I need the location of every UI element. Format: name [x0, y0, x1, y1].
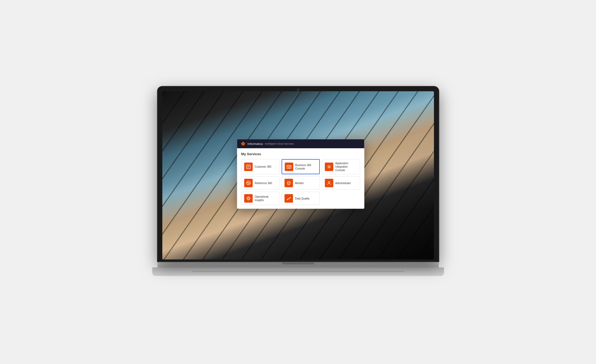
- reference-360-icon: [244, 179, 253, 187]
- service-tile-administrator[interactable]: Administrator: [322, 176, 360, 190]
- section-title: My Services: [241, 152, 360, 156]
- administrator-label: Administrator: [335, 181, 351, 185]
- services-grid: Customer 360: [241, 159, 360, 205]
- svg-rect-6: [287, 165, 291, 168]
- data-quality-icon: [284, 194, 293, 203]
- svg-point-14: [248, 198, 249, 199]
- service-tile-customer-360[interactable]: Customer 360: [241, 159, 279, 174]
- data-quality-label: Data Quality: [295, 197, 310, 200]
- desktop-background: Informatica Intelligent Cloud Services M…: [162, 91, 434, 259]
- customer-360-label: Customer 360: [255, 165, 271, 168]
- service-tile-monitor[interactable]: Monitor: [281, 176, 320, 190]
- operational-insights-label: Operational Insights: [255, 195, 276, 202]
- reference-360-label: Reference 360: [255, 181, 272, 185]
- service-tile-operational-insights[interactable]: Operational Insights: [241, 192, 279, 205]
- customer-360-icon: [244, 162, 253, 171]
- laptop-mockup: Informatica Intelligent Cloud Services M…: [152, 86, 444, 278]
- laptop-bottom-bar: [158, 262, 439, 267]
- app-content: My Services: [237, 148, 364, 209]
- service-tile-business-360[interactable]: Business 360 Console: [281, 159, 320, 174]
- service-tile-data-quality[interactable]: Data Quality: [281, 192, 320, 205]
- svg-point-10: [328, 166, 330, 167]
- app-integration-icon: [325, 162, 333, 171]
- informatica-logo: [241, 141, 245, 146]
- screen: Informatica Intelligent Cloud Services M…: [162, 91, 434, 259]
- app-window: Informatica Intelligent Cloud Services M…: [237, 139, 364, 209]
- administrator-icon: [325, 179, 333, 187]
- monitor-label: Monitor: [295, 181, 304, 185]
- screen-bezel: Informatica Intelligent Cloud Services M…: [158, 86, 439, 262]
- monitor-icon: [284, 179, 293, 187]
- camera: [297, 89, 299, 91]
- business-360-label: Business 360 Console: [295, 163, 316, 170]
- app-integration-label: Application Integration Console: [335, 162, 357, 172]
- operational-insights-icon: [244, 194, 253, 203]
- service-tile-app-integration[interactable]: Application Integration Console: [322, 159, 360, 174]
- brand-subtitle: Intelligent Cloud Services: [265, 142, 294, 145]
- laptop-notch: [282, 263, 314, 265]
- app-header: Informatica Intelligent Cloud Services: [237, 139, 364, 148]
- svg-point-12: [328, 181, 330, 183]
- laptop-base: [152, 267, 444, 276]
- brand-name: Informatica: [247, 142, 263, 145]
- business-360-icon: [285, 162, 293, 171]
- service-tile-reference-360[interactable]: Reference 360: [241, 176, 279, 190]
- laptop-foot: [192, 271, 404, 272]
